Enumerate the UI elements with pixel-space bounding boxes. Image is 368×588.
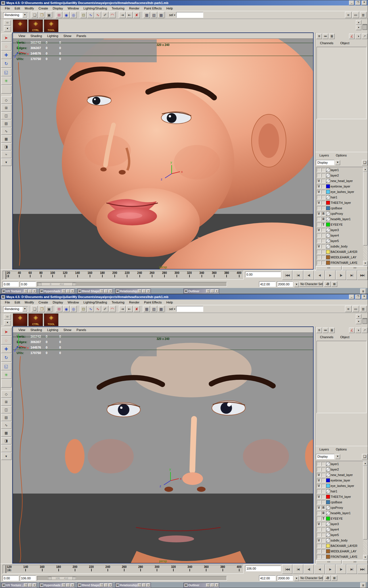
layer-type-toggle[interactable]: T <box>321 517 325 521</box>
minimized-window[interactable]: M Relationship... ❐ □ ✕ <box>115 289 151 294</box>
layer-row[interactable]: hair1 <box>316 194 363 200</box>
trash-icon[interactable] <box>363 24 367 30</box>
layer-visibility-toggle[interactable] <box>317 511 321 515</box>
menu-item[interactable]: Help <box>164 300 175 305</box>
timeline-strip[interactable]: 1201401601802002202402602803003203403603… <box>3 565 244 574</box>
playback-options-icon[interactable]: ⊞ <box>331 575 337 581</box>
layer-color-swatch[interactable] <box>326 533 330 537</box>
editor-toggle-icon[interactable]: ≡ <box>345 12 352 18</box>
panel-menu-item[interactable]: View <box>16 34 28 38</box>
layer-visibility-toggle[interactable]: V <box>317 538 321 542</box>
layer-type-toggle[interactable] <box>321 184 325 188</box>
layer-name[interactable]: layer5 <box>331 533 339 537</box>
layout-more-arrow-icon[interactable]: ▾ <box>1 452 12 460</box>
layer-type-toggle[interactable] <box>321 500 325 504</box>
keyframe-icon[interactable]: -O <box>324 575 331 581</box>
restore-icon[interactable]: ❐ <box>100 583 103 587</box>
layer-color-swatch[interactable] <box>326 250 330 254</box>
restore-icon[interactable]: ❐ <box>62 289 66 293</box>
layer-type-toggle[interactable] <box>321 195 325 199</box>
range-slider-track[interactable]: 106 412 <box>37 576 227 581</box>
layer-visibility-toggle[interactable] <box>317 489 321 493</box>
layout-button[interactable]: ◫ <box>1 406 12 413</box>
editor-toggle-icon[interactable]: ≔ <box>352 12 359 18</box>
layer-color-swatch[interactable] <box>326 549 330 553</box>
channel-box-empty[interactable] <box>317 341 367 413</box>
channel-mode-icon[interactable]: ≔ <box>323 328 328 333</box>
playback-button[interactable]: ◀| <box>304 564 314 574</box>
toolbar-grip[interactable] <box>1 12 2 18</box>
status-icon[interactable]: ✘ <box>133 12 140 18</box>
layer-color-swatch[interactable] <box>326 255 330 259</box>
maximize-icon[interactable]: □ <box>210 289 214 293</box>
layer-name[interactable]: subdiv_body <box>331 539 348 542</box>
layer-row[interactable]: layer4 <box>316 233 363 238</box>
status-icon[interactable]: ⇥ <box>119 306 126 312</box>
layer-row[interactable]: V subdiv_body <box>316 537 363 543</box>
layer-type-toggle[interactable] <box>321 250 325 254</box>
layout-button[interactable]: ◇ <box>1 390 12 398</box>
layer-color-swatch[interactable] <box>326 190 330 194</box>
chevron-down-icon[interactable]: ▼ <box>174 308 176 310</box>
layer-color-swatch[interactable] <box>326 522 330 526</box>
tool-button[interactable]: ↻ <box>1 353 12 362</box>
playback-button[interactable]: |▶ <box>336 564 346 574</box>
layout-button[interactable]: ⊞ <box>1 104 12 112</box>
menu-item[interactable]: File <box>3 300 12 305</box>
layout-button[interactable]: ◇ <box>1 96 12 104</box>
menu-set-dropdown[interactable]: Rendering ▼ <box>3 12 28 18</box>
layer-name[interactable]: THEETH_layer <box>331 495 351 498</box>
layer-visibility-toggle[interactable]: V <box>317 484 321 488</box>
scrollbar-thumb[interactable] <box>363 466 367 539</box>
layer-type-toggle[interactable] <box>321 533 325 537</box>
close-icon[interactable]: ✕ <box>108 289 112 293</box>
layer-visibility-toggle[interactable]: V <box>317 190 321 194</box>
window-list-icon[interactable]: ≡ <box>360 289 366 294</box>
close-icon[interactable]: ✕ <box>70 289 74 293</box>
layer-visibility-toggle[interactable] <box>317 255 321 259</box>
tool-button[interactable]: ✚ <box>1 51 12 59</box>
status-icon[interactable]: ◠ <box>109 12 116 18</box>
channel-box-empty[interactable] <box>317 47 367 119</box>
layer-color-swatch[interactable] <box>326 223 330 227</box>
status-icon[interactable]: ∿ <box>95 306 101 312</box>
restore-icon[interactable]: ❐ <box>100 289 103 293</box>
close-icon[interactable]: ✕ <box>215 289 218 293</box>
layer-color-swatch[interactable] <box>326 555 330 559</box>
panel-menu-item[interactable]: Panels <box>74 328 89 332</box>
chevron-down-icon[interactable]: ▼ <box>174 14 176 16</box>
layer-name[interactable]: FRONTHAIR_LAYE <box>331 555 357 558</box>
layer-type-toggle[interactable]: R <box>321 212 325 216</box>
layer-color-swatch[interactable] <box>326 467 330 471</box>
range-slider-handle[interactable]: 106 412 <box>47 577 76 580</box>
layer-row[interactable]: V eyebrow_layer <box>316 183 363 189</box>
render-icon[interactable]: ▧ <box>151 306 157 312</box>
layout-button[interactable]: ▤ <box>1 120 12 127</box>
restore-icon[interactable]: ❐ <box>206 583 210 587</box>
title-bar[interactable]: M Maya 4.5: D:\Documents and Settings\ju… <box>0 0 368 5</box>
menu-item[interactable]: Texturing <box>109 6 127 11</box>
restore-button[interactable]: ❐ <box>355 1 361 5</box>
status-icon[interactable]: ✐ <box>102 306 108 312</box>
layer-color-swatch[interactable] <box>326 168 330 172</box>
maximize-icon[interactable]: □ <box>66 289 70 293</box>
close-icon[interactable]: ✕ <box>215 583 218 587</box>
layer-color-swatch[interactable] <box>326 484 330 488</box>
layer-name[interactable]: layer2 <box>331 174 339 177</box>
layout-button[interactable]: ▦ <box>1 135 12 143</box>
character-set-arrow-icon[interactable]: ▼ <box>294 282 299 287</box>
menu-item[interactable]: Help <box>164 6 175 11</box>
chevron-down-icon[interactable]: ▼ <box>335 454 340 459</box>
layer-row[interactable]: V eye_lashes_layer <box>316 189 363 194</box>
status-icon[interactable]: ⇤ <box>126 306 133 312</box>
current-frame-marker[interactable] <box>5 271 6 279</box>
layer-color-swatch[interactable] <box>326 506 330 510</box>
layer-visibility-toggle[interactable] <box>317 467 321 471</box>
shelf-button[interactable]: ◈ CTRL <box>28 314 43 326</box>
character-set-arrow-icon[interactable]: ▼ <box>294 576 299 581</box>
close-icon[interactable]: ✕ <box>108 583 112 587</box>
layer-visibility-toggle[interactable]: V <box>317 473 321 477</box>
range-slider-handle[interactable]: 0 412 <box>37 283 76 286</box>
menu-item[interactable]: Create <box>36 6 50 11</box>
menu-item[interactable]: Paint Effects <box>142 6 164 11</box>
